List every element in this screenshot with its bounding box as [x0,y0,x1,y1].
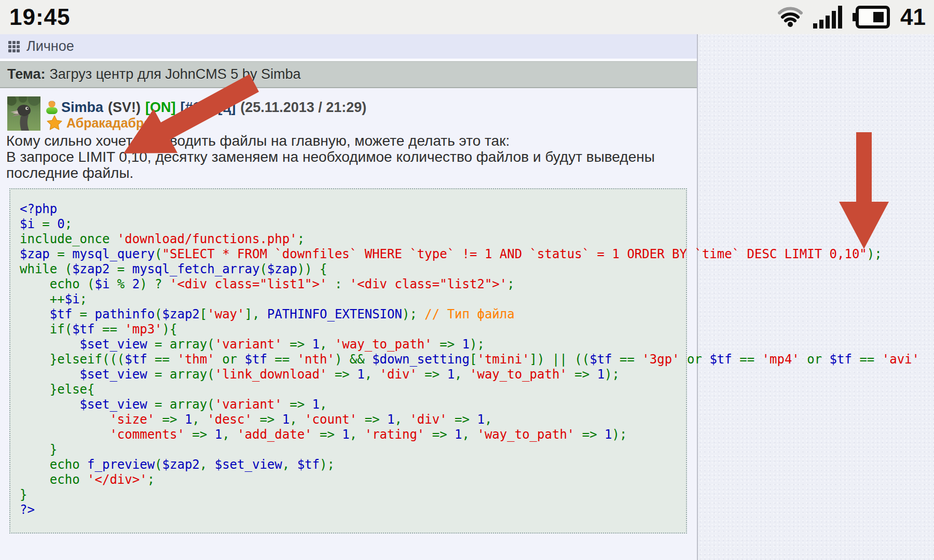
code-line: }elseif((($tf == 'thm' or $tf == 'nth') … [20,352,686,367]
code-line: $set_view = array('variant' => 1, [20,397,686,412]
code-line: $zap = mysql_query("SELECT * FROM `downf… [20,247,686,262]
screen: 19:45 41 [0,0,934,560]
user-rank: Абракадабра [66,116,151,131]
cite-link[interactable]: [ц] [218,100,236,116]
code-line: $set_view = array('link_download' => 1, … [20,367,686,382]
code-line: if($tf == 'mp3'){ [20,322,686,337]
status-bar: 19:45 41 [0,0,934,34]
forum-content: Личное Тема: Загруз центр для JohnCMS 5 … [0,34,697,560]
post-header: Simba (SV!) [ON] [#10] [ц] (25.11.2013 /… [45,97,371,117]
page-background [697,34,934,560]
code-line: }else{ [20,382,686,397]
code-line: 'comments' => 1, 'add_date' => 1, 'ratin… [20,427,686,442]
code-block: <?php$i = 0;include_once 'download/funct… [9,188,687,534]
status-icons: 41 [778,4,926,30]
grid-menu-icon[interactable] [8,41,20,52]
topic-label: Тема: [7,66,45,82]
post-datetime: (25.11.2013 / 21:29) [240,100,366,116]
code-line: while ($zap2 = mysql_fetch_array($zap)) … [20,262,686,277]
topic-title: Загруз центр для JohnCMS 5 by Simba [49,66,300,82]
topic-bar: Тема: Загруз центр для JohnCMS 5 by Simb… [0,61,697,88]
author-link[interactable]: Simba [61,100,103,116]
code-line: $set_view = array('variant' => 1, 'way_t… [20,337,686,352]
code-line: ?> [20,502,686,517]
code-line: echo ($i % 2) ? '<div class="list1">' : … [20,277,686,292]
user-icon [45,100,59,115]
code-line: ++$i; [20,292,686,307]
online-badge: [ON] [145,100,175,116]
app-bar-title[interactable]: Личное [26,38,74,54]
body-line: последние файлы. [6,165,655,181]
code-line: echo f_preview($zap2, $set_view, $tf); [20,457,686,472]
avatar[interactable] [7,96,40,131]
post-body: Кому сильно хочется выводить файлы на гл… [6,133,655,181]
code-line: } [20,442,686,457]
code-line: echo '</div>'; [20,472,686,487]
php-code: <?php$i = 0;include_once 'download/funct… [20,202,686,517]
rank-line: Абракадабра [47,115,151,131]
code-line: $i = 0; [20,217,686,232]
clock: 19:45 [9,4,71,30]
post-number-link[interactable]: [#10] [181,100,213,116]
battery-percent: 41 [900,4,926,30]
app-bar: Личное [0,34,697,59]
code-line: <?php [20,202,686,217]
author-status: (SV!) [108,100,141,116]
signal-bars-icon [813,6,842,29]
battery-icon [853,6,890,29]
star-icon [47,115,62,131]
code-line: 'size' => 1, 'desc' => 1, 'count' => 1, … [20,412,686,427]
code-line: include_once 'download/functions.php'; [20,232,686,247]
code-line: } [20,487,686,502]
wifi-icon [778,7,803,27]
code-line: $tf = pathinfo($zap2['way'], PATHINFO_EX… [20,307,686,322]
body-line: Кому сильно хочется выводить файлы на гл… [6,133,655,149]
body-line: В запросе LIMIT 0,10, десятку заменяем н… [6,149,655,165]
